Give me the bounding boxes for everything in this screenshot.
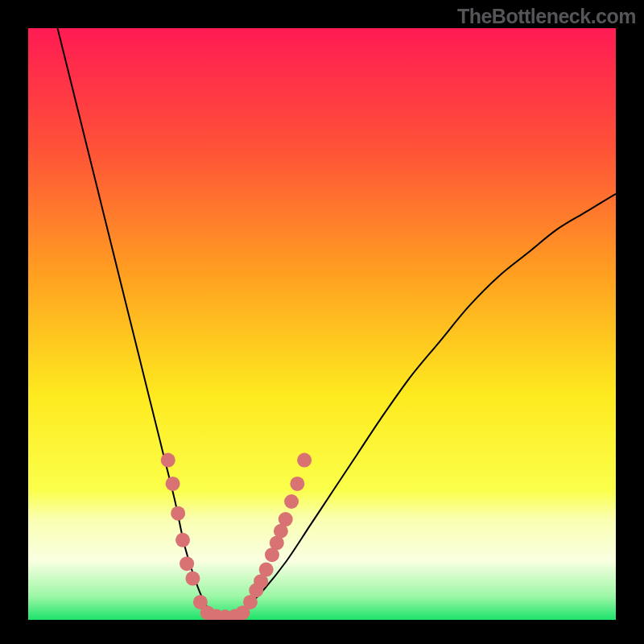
chart-frame: TheBottleneck.com — [0, 0, 644, 644]
data-marker — [284, 494, 299, 509]
gradient-background — [28, 28, 616, 620]
data-marker — [185, 572, 200, 586]
data-marker — [297, 453, 312, 468]
data-marker — [175, 533, 190, 547]
data-marker — [290, 477, 304, 491]
data-marker — [279, 512, 293, 526]
data-marker — [161, 453, 175, 468]
data-marker — [166, 477, 180, 491]
watermark-text: TheBottleneck.com — [457, 5, 636, 28]
data-marker — [171, 506, 185, 521]
data-marker — [259, 563, 274, 577]
chart-svg — [28, 28, 616, 620]
data-marker — [180, 556, 194, 571]
plot-area — [28, 28, 616, 620]
